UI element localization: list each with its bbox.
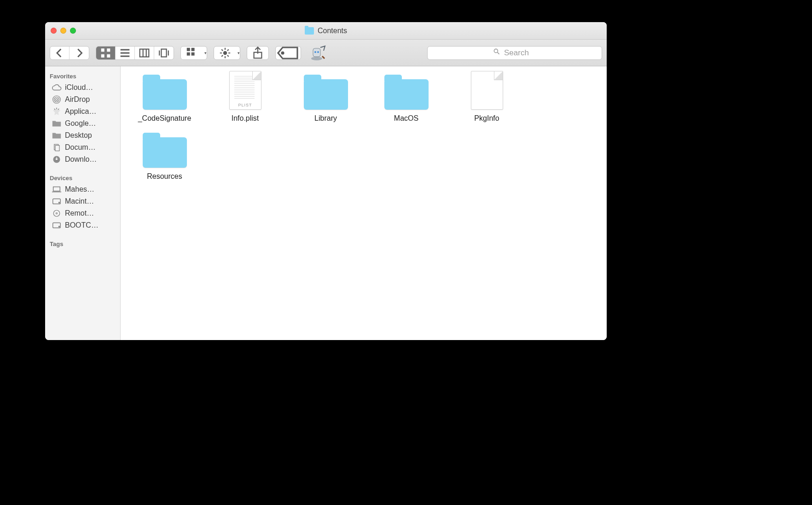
file-pkginfo[interactable]: PkgInfo xyxy=(447,75,527,123)
sidebar-item-airdrop[interactable]: AirDrop xyxy=(45,94,120,106)
sidebar-item-label: Desktop xyxy=(65,131,92,140)
window-title: Contents xyxy=(45,27,607,35)
folder-icon xyxy=(52,131,62,140)
tags-button[interactable] xyxy=(275,46,301,60)
back-button[interactable] xyxy=(50,47,70,59)
action-button[interactable]: ▾ xyxy=(214,46,240,60)
svg-rect-7 xyxy=(191,47,195,51)
file-type-tag: PLIST xyxy=(230,103,261,107)
svg-point-16 xyxy=(317,51,319,53)
disc-icon xyxy=(52,209,62,217)
sidebar-item-applications[interactable]: Applica… xyxy=(45,106,120,117)
sidebar-item-google[interactable]: Google… xyxy=(45,117,120,129)
sidebar-heading-tags: Tags xyxy=(45,238,120,249)
laptop-icon xyxy=(52,185,62,194)
titlebar: Contents xyxy=(45,22,607,40)
sidebar-item-desktop[interactable]: Desktop xyxy=(45,129,120,141)
sidebar-item-icloud[interactable]: iCloud… xyxy=(45,82,120,94)
file-info-plist[interactable]: PLIST Info.plist xyxy=(205,75,285,123)
svg-rect-3 xyxy=(107,54,110,57)
item-label: Library xyxy=(314,114,337,123)
documents-icon xyxy=(52,143,62,152)
window-title-text: Contents xyxy=(318,27,347,35)
search-icon xyxy=(493,48,500,58)
chevron-down-icon: ▾ xyxy=(238,51,240,55)
svg-point-10 xyxy=(223,51,227,54)
svg-point-17 xyxy=(494,49,498,53)
arrange-button[interactable]: ▾ xyxy=(180,46,207,60)
applications-icon xyxy=(52,107,62,116)
window-body: Favorites iCloud… AirDrop Applica… Googl… xyxy=(45,66,607,340)
svg-rect-9 xyxy=(191,52,195,55)
sidebar-item-label: Applica… xyxy=(65,107,96,116)
sidebar-item-label: iCloud… xyxy=(65,83,93,92)
item-label: Info.plist xyxy=(232,114,259,123)
coverflow-view-button[interactable] xyxy=(154,47,174,59)
list-view-button[interactable] xyxy=(116,47,135,59)
folder-icon xyxy=(143,133,187,168)
svg-point-12 xyxy=(282,52,284,54)
svg-rect-14 xyxy=(313,48,320,57)
sidebar-item-label: Google… xyxy=(65,119,96,128)
svg-rect-8 xyxy=(187,52,190,55)
sidebar-item-documents[interactable]: Docum… xyxy=(45,141,120,153)
sidebar-item-label: Macint… xyxy=(65,197,94,206)
folder-icon xyxy=(305,27,314,35)
sidebar-item-remotedisc[interactable]: Remot… xyxy=(45,207,120,219)
toolbar: ▾ ▾ xyxy=(45,40,607,66)
svg-point-13 xyxy=(311,57,322,60)
svg-rect-24 xyxy=(53,187,60,191)
sidebar-item-downloads[interactable]: Downlo… xyxy=(45,153,120,165)
sidebar-item-label: Mahes… xyxy=(65,185,94,194)
item-label: PkgInfo xyxy=(474,114,499,123)
share-button[interactable] xyxy=(247,46,269,60)
sidebar-item-label: Remot… xyxy=(65,209,94,217)
column-view-button[interactable] xyxy=(135,47,154,59)
blank-file-icon xyxy=(465,75,509,110)
sidebar-item-label: Docum… xyxy=(65,143,96,152)
svg-point-30 xyxy=(59,226,60,227)
svg-point-28 xyxy=(56,213,58,214)
close-button[interactable] xyxy=(51,28,57,34)
svg-rect-5 xyxy=(161,49,166,57)
search-input[interactable] xyxy=(504,48,536,58)
svg-point-26 xyxy=(59,202,60,203)
svg-rect-0 xyxy=(101,48,104,52)
item-label: _CodeSignature xyxy=(138,114,191,123)
svg-point-15 xyxy=(314,51,316,53)
sidebar-item-label: Downlo… xyxy=(65,155,97,164)
folder-resources[interactable]: Resources xyxy=(124,133,205,181)
item-label: Resources xyxy=(147,172,182,181)
hdd-icon xyxy=(52,221,62,229)
svg-rect-4 xyxy=(140,49,149,57)
traffic-lights xyxy=(51,28,76,34)
sidebar-item-label: BOOTC… xyxy=(65,221,99,229)
folder-codesignature[interactable]: _CodeSignature xyxy=(124,75,205,123)
search-box[interactable] xyxy=(427,46,602,60)
finder-window: Contents xyxy=(45,22,607,340)
svg-rect-6 xyxy=(187,47,190,51)
content-area[interactable]: _CodeSignature PLIST Info.plist Library … xyxy=(121,66,607,340)
sidebar: Favorites iCloud… AirDrop Applica… Googl… xyxy=(45,66,121,340)
svg-rect-1 xyxy=(107,48,110,52)
fullscreen-button[interactable] xyxy=(70,28,76,34)
folder-library[interactable]: Library xyxy=(285,75,366,123)
sidebar-item-bootcamp[interactable]: BOOTC… xyxy=(45,219,120,231)
sidebar-heading-devices: Devices xyxy=(45,172,120,183)
folder-macos[interactable]: MacOS xyxy=(366,75,447,123)
download-icon xyxy=(52,155,62,164)
folder-icon xyxy=(384,75,429,110)
airdrop-icon xyxy=(52,95,62,104)
automator-icon[interactable] xyxy=(307,44,326,62)
folder-icon xyxy=(52,119,62,128)
forward-button[interactable] xyxy=(70,47,89,59)
minimize-button[interactable] xyxy=(60,28,66,34)
svg-rect-2 xyxy=(101,54,104,57)
hdd-icon xyxy=(52,197,62,206)
nav-buttons xyxy=(50,46,89,60)
icon-view-button[interactable] xyxy=(96,47,116,59)
view-mode-segment xyxy=(96,46,174,60)
sidebar-item-computer[interactable]: Mahes… xyxy=(45,183,120,195)
sidebar-item-macintosh[interactable]: Macint… xyxy=(45,195,120,207)
chevron-down-icon: ▾ xyxy=(204,51,207,55)
